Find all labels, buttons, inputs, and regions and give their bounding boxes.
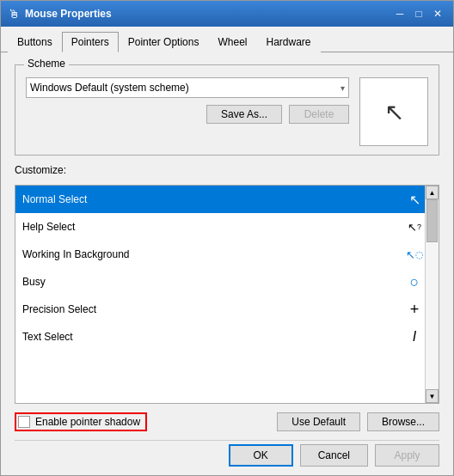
close-button[interactable]: ✕ (429, 5, 446, 22)
list-item[interactable]: Text Select I (15, 323, 439, 351)
list-item-label: Working In Background (22, 248, 397, 260)
tab-content: Scheme Windows Default (system scheme) ▾… (1, 52, 453, 475)
list-item-label: Help Select (22, 221, 397, 233)
title-controls: ─ □ ✕ (391, 5, 446, 22)
bottom-row: Enable pointer shadow Use Default Browse… (15, 412, 439, 431)
use-default-button[interactable]: Use Default (277, 412, 360, 431)
scroll-down-button[interactable]: ▼ (426, 389, 439, 403)
list-item[interactable]: Busy ○ (15, 268, 439, 296)
scheme-left: Windows Default (system scheme) ▾ Save A… (26, 77, 349, 124)
list-item[interactable]: Normal Select ↖ (15, 186, 439, 213)
cancel-button[interactable]: Cancel (300, 444, 368, 467)
mouse-properties-dialog: 🖱 Mouse Properties ─ □ ✕ Buttons Pointer… (0, 0, 454, 476)
list-scrollbar: ▲ ▼ (425, 186, 439, 403)
tabs-bar: Buttons Pointers Pointer Options Wheel H… (1, 27, 453, 52)
cursor-preview-icon: ↖ (384, 98, 404, 126)
tab-pointer-options[interactable]: Pointer Options (119, 32, 209, 52)
window-title: Mouse Properties (25, 8, 112, 20)
list-item-label: Precision Select (22, 303, 397, 315)
scheme-value: Windows Default (system scheme) (30, 82, 189, 94)
window-icon: 🖱 (8, 7, 20, 21)
cursor-preview-box: ↖ (359, 77, 428, 146)
scheme-label: Scheme (24, 58, 69, 70)
enable-shadow-checkbox[interactable] (18, 416, 30, 428)
scheme-buttons: Save As... Delete (26, 105, 349, 124)
browse-button[interactable]: Browse... (367, 412, 439, 431)
enable-shadow-label: Enable pointer shadow (35, 416, 140, 428)
maximize-button[interactable]: □ (410, 5, 427, 22)
title-bar-left: 🖱 Mouse Properties (8, 7, 112, 21)
scroll-up-button[interactable]: ▲ (426, 186, 439, 199)
tab-hardware[interactable]: Hardware (256, 32, 320, 52)
cursor-list-inner: Normal Select ↖ Help Select ↖? Working I… (15, 186, 439, 403)
tab-pointers[interactable]: Pointers (62, 32, 119, 52)
list-item-label: Busy (22, 276, 397, 288)
dialog-buttons: OK Cancel Apply (15, 440, 439, 467)
ok-button[interactable]: OK (229, 444, 293, 467)
delete-button[interactable]: Delete (289, 105, 349, 124)
title-bar: 🖱 Mouse Properties ─ □ ✕ (1, 1, 453, 27)
tab-wheel[interactable]: Wheel (208, 32, 256, 52)
scheme-group: Scheme Windows Default (system scheme) ▾… (15, 64, 439, 156)
list-item-label: Normal Select (22, 193, 397, 205)
cursor-list: Normal Select ↖ Help Select ↖? Working I… (15, 185, 439, 404)
tab-buttons[interactable]: Buttons (8, 32, 62, 52)
list-item[interactable]: Precision Select + (15, 296, 439, 323)
list-item-label: Text Select (22, 331, 397, 343)
scrollbar-track (426, 199, 439, 389)
enable-shadow-group: Enable pointer shadow (15, 412, 147, 431)
list-item[interactable]: Working In Background ↖◌ (15, 241, 439, 268)
minimize-button[interactable]: ─ (391, 5, 408, 22)
chevron-down-icon: ▾ (340, 83, 345, 93)
save-as-button[interactable]: Save As... (206, 105, 282, 124)
apply-button[interactable]: Apply (375, 444, 439, 467)
list-item[interactable]: Help Select ↖? (15, 213, 439, 241)
customize-label: Customize: (15, 164, 439, 176)
scrollbar-thumb[interactable] (426, 199, 438, 242)
scheme-dropdown[interactable]: Windows Default (system scheme) ▾ (26, 77, 349, 98)
